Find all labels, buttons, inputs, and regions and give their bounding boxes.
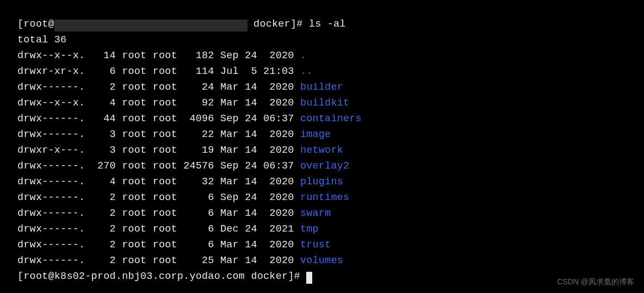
row-meta: drwx------. 4 root root 32 Mar 14 2020 bbox=[17, 176, 300, 188]
row-filename: builder bbox=[300, 82, 343, 93]
row-meta: drwx------. 2 root root 24 Mar 14 2020 bbox=[17, 82, 300, 93]
row-filename: containers bbox=[300, 113, 362, 124]
row-filename: tmp bbox=[300, 223, 319, 235]
row-filename: plugins bbox=[300, 176, 343, 188]
listing-row: drwx------. 2 root root 6 Dec 24 2021 tm… bbox=[17, 221, 644, 237]
prompt-text: [root@k8s02-prod.nbj03.corp.yodao.com do… bbox=[17, 271, 306, 282]
prompt-line: [root@ docker]# ls -al bbox=[17, 16, 644, 32]
row-meta: drwx------. 2 root root 6 Mar 14 2020 bbox=[17, 239, 300, 251]
listing-row: drwx------. 2 root root 6 Mar 14 2020 tr… bbox=[17, 237, 644, 253]
row-filename: overlay2 bbox=[300, 160, 349, 172]
total-line: total 36 bbox=[17, 32, 644, 48]
row-filename: volumes bbox=[300, 255, 343, 266]
listing-row: drwx------. 270 root root 24576 Sep 24 0… bbox=[17, 158, 644, 174]
row-filename: buildkit bbox=[300, 97, 349, 109]
listing-row: drwxr-x---. 3 root root 19 Mar 14 2020 n… bbox=[17, 142, 644, 158]
listing-row: drwx------. 2 root root 24 Mar 14 2020 b… bbox=[17, 79, 644, 95]
listing-row: drwx------. 2 root root 25 Mar 14 2020 v… bbox=[17, 253, 644, 269]
command-text: ls -al bbox=[309, 18, 346, 30]
row-filename: network bbox=[300, 145, 343, 156]
prompt-prefix: [root@ bbox=[17, 18, 54, 30]
cursor-icon bbox=[306, 272, 312, 284]
listing-row: drwx------. 2 root root 6 Mar 14 2020 sw… bbox=[17, 205, 644, 221]
row-filename: . bbox=[300, 50, 306, 61]
listing-row: drwx--x--x. 14 root root 182 Sep 24 2020… bbox=[17, 48, 644, 64]
row-meta: drwx------. 44 root root 4096 Sep 24 06:… bbox=[17, 113, 300, 124]
row-meta: drwx------. 2 root root 6 Mar 14 2020 bbox=[17, 208, 300, 219]
row-filename: swarm bbox=[300, 208, 331, 219]
prompt-suffix: docker]# bbox=[247, 18, 309, 30]
listing-row: drwxr-xr-x. 6 root root 114 Jul 5 21:03 … bbox=[17, 64, 644, 79]
row-meta: drwx--x--x. 14 root root 182 Sep 24 2020 bbox=[17, 50, 300, 61]
row-filename: trust bbox=[300, 239, 331, 251]
row-meta: drwx--x--x. 4 root root 92 Mar 14 2020 bbox=[17, 97, 300, 109]
row-filename: .. bbox=[300, 66, 313, 77]
listing-row: drwx------. 3 root root 22 Mar 14 2020 i… bbox=[17, 127, 644, 142]
redacted-hostname bbox=[54, 20, 247, 32]
listing-row: drwx------. 2 root root 6 Sep 24 2020 ru… bbox=[17, 190, 644, 205]
row-meta: drwx------. 2 root root 6 Dec 24 2021 bbox=[17, 223, 300, 235]
row-filename: runtimes bbox=[300, 192, 349, 203]
row-meta: drwxr-xr-x. 6 root root 114 Jul 5 21:03 bbox=[17, 66, 300, 77]
watermark-text: CSDN @凤求凰的博客 bbox=[557, 274, 634, 290]
terminal-output[interactable]: [root@ docker]# ls -altotal 36drwx--x--x… bbox=[17, 16, 644, 284]
row-meta: drwx------. 2 root root 25 Mar 14 2020 bbox=[17, 255, 300, 266]
listing-row: drwx------. 44 root root 4096 Sep 24 06:… bbox=[17, 111, 644, 127]
row-meta: drwx------. 3 root root 22 Mar 14 2020 bbox=[17, 129, 300, 140]
listing-row: drwx--x--x. 4 root root 92 Mar 14 2020 b… bbox=[17, 95, 644, 111]
row-meta: drwx------. 2 root root 6 Sep 24 2020 bbox=[17, 192, 300, 203]
prompt-line-2: [root@k8s02-prod.nbj03.corp.yodao.com do… bbox=[17, 269, 644, 284]
row-meta: drwx------. 270 root root 24576 Sep 24 0… bbox=[17, 160, 300, 172]
listing-row: drwx------. 4 root root 32 Mar 14 2020 p… bbox=[17, 174, 644, 190]
row-meta: drwxr-x---. 3 root root 19 Mar 14 2020 bbox=[17, 145, 300, 156]
row-filename: image bbox=[300, 129, 331, 140]
